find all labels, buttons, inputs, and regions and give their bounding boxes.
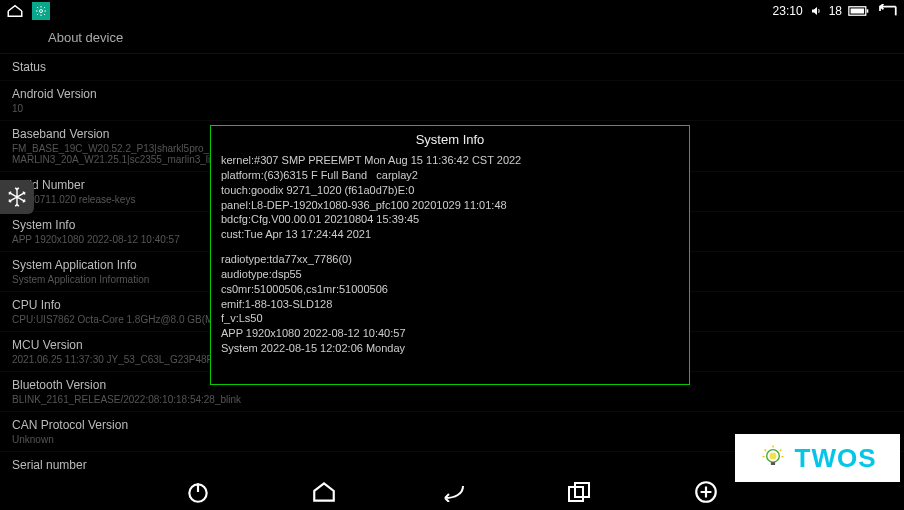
svg-rect-2 bbox=[867, 9, 869, 12]
svg-point-0 bbox=[40, 10, 43, 13]
freeze-tab[interactable] bbox=[0, 180, 34, 214]
svg-point-5 bbox=[769, 452, 776, 459]
snowflake-icon bbox=[6, 186, 28, 208]
row-title: CAN Protocol Version bbox=[12, 418, 892, 432]
row-title: Android Version bbox=[12, 87, 892, 101]
row-subtitle: 10 bbox=[12, 103, 892, 114]
page-title: About device bbox=[48, 30, 123, 45]
power-button[interactable] bbox=[185, 479, 211, 505]
row-status[interactable]: Status bbox=[0, 54, 904, 81]
dialog-title: System Info bbox=[221, 132, 679, 147]
watermark-text: TWOS bbox=[795, 443, 877, 474]
row-title: Status bbox=[12, 60, 892, 74]
volume-icon bbox=[809, 5, 823, 17]
twos-watermark: TWOS bbox=[735, 434, 900, 482]
dialog-body-1: kernel:#307 SMP PREEMPT Mon Aug 15 11:36… bbox=[221, 153, 679, 242]
status-bar: 23:10 18 bbox=[0, 0, 904, 22]
home-button[interactable] bbox=[311, 479, 337, 505]
svg-rect-3 bbox=[851, 8, 865, 13]
row-subtitle: BLINK_2161_RELEASE/2022:08:10:18:54:28_b… bbox=[12, 394, 892, 405]
recents-button[interactable] bbox=[567, 481, 593, 503]
settings-app-icon[interactable] bbox=[32, 2, 50, 20]
back-button[interactable] bbox=[437, 482, 467, 502]
page-header: About device bbox=[0, 22, 904, 54]
status-time: 23:10 bbox=[773, 4, 803, 18]
back-icon[interactable] bbox=[876, 4, 898, 18]
row-android-version[interactable]: Android Version 10 bbox=[0, 81, 904, 121]
lightbulb-icon bbox=[759, 444, 787, 472]
battery-icon bbox=[848, 5, 870, 17]
status-volume: 18 bbox=[829, 4, 842, 18]
system-info-dialog: System Info kernel:#307 SMP PREEMPT Mon … bbox=[210, 125, 690, 385]
dialog-body-2: radiotype:tda77xx_7786(0) audiotype:dsp5… bbox=[221, 252, 679, 356]
add-button[interactable] bbox=[693, 479, 719, 505]
home-icon[interactable] bbox=[6, 4, 24, 18]
